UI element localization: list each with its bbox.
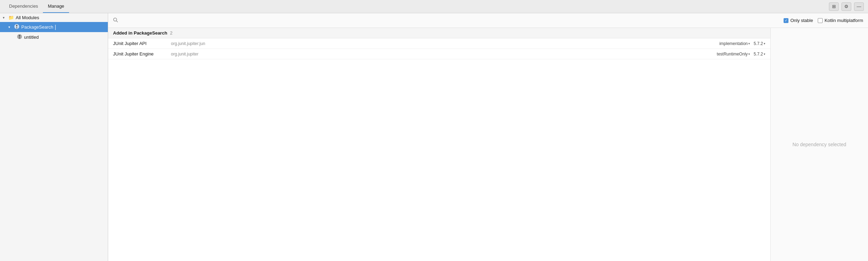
section-title: Added in PackageSearch [113,30,167,36]
folder-icon: 📁 [8,15,14,20]
sidebar-item-label: All Modules [16,15,39,20]
search-input[interactable] [120,18,190,23]
sidebar-item-label: untitled [24,35,39,40]
sidebar-item-all-modules[interactable]: ▾ 📁 All Modules [0,13,108,22]
package-group: org.junit.jupiter:jun [171,41,719,46]
chevron-down-icon: ▾ [3,16,8,20]
only-stable-option[interactable]: Only stable [784,18,813,23]
gradle-icon [17,34,22,40]
tab-dependencies[interactable]: Dependencies [4,0,43,13]
layout-button[interactable]: ⊞ [829,2,839,11]
sidebar-item-untitled[interactable]: untitled [0,32,108,42]
title-bar-actions: ⊞ ⚙ — [829,2,864,11]
scope-dropdown-arrow: ▾ [748,42,750,45]
svg-point-1 [16,25,17,26]
package-scope[interactable]: testRuntimeOnly ▾ [717,52,750,57]
settings-button[interactable]: ⚙ [841,2,851,11]
package-version[interactable]: 5.7.2 ▾ [754,41,765,46]
filter-options: Only stable Kotlin multiplatform [784,18,863,23]
only-stable-checkbox[interactable] [784,18,788,23]
search-wrapper [113,17,778,23]
gradle-icon [14,24,20,30]
cursor-indicator: | [55,24,56,30]
svg-point-5 [19,35,20,36]
minimize-icon: — [857,4,861,9]
chevron-down-icon: ▾ [8,25,14,29]
package-group: org.junit.jupiter [171,52,717,57]
package-version[interactable]: 5.7.2 ▾ [754,52,765,57]
sidebar-item-label: PackageSearch [21,24,53,30]
table-row[interactable]: JUnit Jupiter API org.junit.jupiter:jun … [108,38,770,49]
svg-point-6 [19,38,20,39]
layout-icon: ⊞ [832,4,836,9]
settings-icon: ⚙ [844,4,848,9]
scope-label: implementation [719,41,748,46]
version-dropdown-arrow: ▾ [764,52,765,56]
content-area: Only stable Kotlin multiplatform Added i… [108,13,868,261]
package-name: JUnit Jupiter Engine [113,51,169,57]
search-icon [113,17,118,23]
svg-point-2 [16,28,17,29]
table-row[interactable]: JUnit Jupiter Engine org.junit.jupiter t… [108,49,770,59]
sidebar: ▾ 📁 All Modules ▾ PackageSearch | [0,13,108,261]
kotlin-multiplatform-option[interactable]: Kotlin multiplatform [818,18,863,23]
kotlin-multiplatform-label: Kotlin multiplatform [824,18,863,23]
section-count: 2 [170,30,172,36]
no-selection-text: No dependency selected [792,142,846,147]
package-name: JUnit Jupiter API [113,41,169,46]
filter-bar: Only stable Kotlin multiplatform [108,13,868,28]
tab-manage[interactable]: Manage [43,0,69,13]
right-panel: No dependency selected [770,28,868,261]
main-layout: ▾ 📁 All Modules ▾ PackageSearch | [0,13,868,261]
version-label: 5.7.2 [754,52,763,57]
sidebar-item-packagesearch[interactable]: ▾ PackageSearch | [0,22,108,32]
kotlin-multiplatform-checkbox[interactable] [818,18,823,23]
package-scope[interactable]: implementation ▾ [719,41,750,46]
svg-line-9 [117,21,118,22]
tab-bar: Dependencies Manage [4,0,69,13]
packages-list: Added in PackageSearch 2 JUnit Jupiter A… [108,28,770,261]
version-label: 5.7.2 [754,41,763,46]
only-stable-label: Only stable [790,18,813,23]
version-dropdown-arrow: ▾ [764,42,765,45]
scope-dropdown-arrow: ▾ [748,52,750,56]
app-window: Dependencies Manage ⊞ ⚙ — ▾ 📁 All Module… [0,0,868,261]
title-bar: Dependencies Manage ⊞ ⚙ — [0,0,868,13]
scope-label: testRuntimeOnly [717,52,748,57]
section-header-added: Added in PackageSearch 2 [108,28,770,38]
minimize-button[interactable]: — [854,2,864,11]
